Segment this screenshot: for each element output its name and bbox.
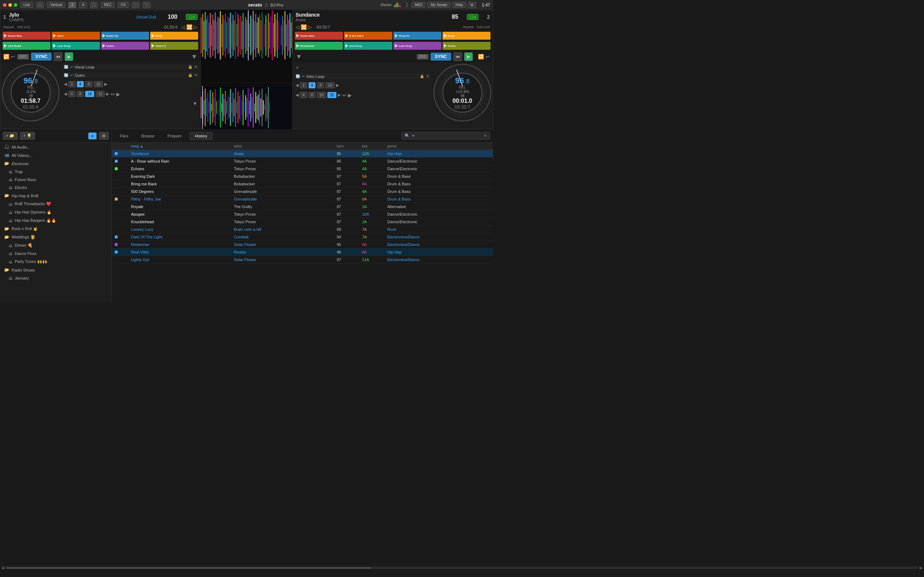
table-row[interactable]: Real Vibin Realax 96 8A Hip Hop (112, 248, 493, 256)
deck1-sync-button[interactable]: SYNC (31, 53, 52, 61)
loop-expand-icon[interactable]: ▶ (116, 91, 120, 97)
deck1-prev-button[interactable]: ⏮ (54, 52, 63, 61)
sidebar-item-dinner[interactable]: 🗂 Dinner 🍕 (0, 241, 111, 250)
deck2-sync-button[interactable]: SYNC (431, 53, 451, 61)
maximize-button[interactable] (14, 3, 17, 7)
list-view-button[interactable]: ≡ (88, 132, 97, 140)
deck1-cue-3[interactable]: Build Up (101, 32, 149, 40)
sidebar-item-rnb[interactable]: 🗂 RnB Throwbacks ❤️ (0, 200, 111, 208)
deck2-beat-next[interactable]: ▶ (336, 83, 339, 88)
deck1-platter[interactable]: 96 .8 REL -3.2% ±8 01:58.7 01:55.6 (2, 64, 60, 121)
fx-button[interactable]: FX (118, 2, 129, 8)
table-row[interactable]: Echoes Tokyo Prose 85 4A Dance/Electroni… (112, 165, 493, 173)
deck2-beat2-next[interactable]: ▶ (338, 93, 341, 97)
grid-view-button[interactable]: ⊞ (99, 132, 109, 140)
table-body[interactable]: Sundance Asala 85 12A Hip Hop A - Rose w… (112, 150, 493, 303)
eq-down-icon[interactable]: ▼ (192, 101, 197, 106)
deck1-beat2-4[interactable]: 4 (68, 91, 76, 97)
scroll-right-icon[interactable]: ▶ (489, 303, 492, 303)
deck2-loop-play-icon[interactable]: ▶ (348, 92, 352, 98)
deck2-cue-2[interactable]: 8 bar Intro (344, 32, 392, 40)
table-row[interactable]: Filthy - Filthy Joe Grenadesafe 87 6A Dr… (112, 195, 493, 203)
settings-icon[interactable]: ⚙ (468, 2, 476, 8)
deck2-beat2-prev[interactable]: ◀ (296, 93, 299, 97)
deck1-cue-5[interactable]: 2nd Build (3, 42, 50, 50)
deck2-beat-8[interactable]: 8 (317, 82, 324, 89)
midi-button[interactable]: MIDI (412, 2, 426, 8)
table-row[interactable]: Evening Dark Bobabacker 87 5A Drum & Bas… (112, 173, 493, 180)
deck1-cue-4[interactable]: Drop (150, 32, 198, 40)
tab-history[interactable]: History (189, 132, 213, 140)
deck2-off-button[interactable]: OFF (417, 54, 428, 60)
deck2-edit-grid[interactable]: Edit Grid (477, 25, 490, 29)
deck1-eq-icon[interactable]: ▼ (191, 53, 197, 61)
deck2-loop-arr-icon[interactable]: ⇔ (342, 92, 347, 98)
table-row[interactable]: Knucklehead Tokyo Prose 87 1A Dance/Elec… (112, 218, 493, 226)
sampler-icon[interactable]: ⬛ (132, 2, 140, 8)
deck-num-2[interactable]: 2 (68, 2, 76, 8)
deck1-loop1[interactable]: 🔄 ↩ Vocal Loop 🔒 ✕ (63, 64, 199, 70)
deck1-beat-16[interactable]: 16 (94, 81, 103, 87)
deck2-cue-6[interactable]: 2nd Drop (344, 42, 392, 50)
col-bpm[interactable]: bpm (337, 144, 362, 148)
headphones-icon[interactable]: 🎧 (36, 2, 44, 8)
deck2-cue-4[interactable]: Drop (443, 32, 491, 40)
deck1-beat-4[interactable]: 4 (77, 81, 84, 87)
table-row[interactable]: Lights Out Solar Flower 97 11A Electroni… (112, 256, 493, 264)
table-row[interactable]: Sundance Asala 85 12A Hip Hop (112, 150, 493, 158)
deck1-edit-grid[interactable]: Edit Grid (17, 25, 30, 29)
deck2-beat-prev[interactable]: ◀ (296, 83, 299, 88)
deck1-nav[interactable]: ◁ 🔀 ▷ (181, 24, 197, 30)
table-row[interactable]: Apogee Tokyo Prose 87 10A Dance/Electron… (112, 211, 493, 218)
deck2-beat2-4[interactable]: 4 (300, 92, 307, 98)
my-serato-button[interactable]: My Serato (427, 2, 451, 8)
deck1-off-button[interactable]: OFF (17, 54, 29, 60)
col-artist[interactable]: artist (234, 144, 337, 148)
sidebar-item-radio-shows[interactable]: 📂 Radio Shows (0, 266, 111, 274)
sidebar-item-hiphop-bangers[interactable]: 🗂 Hip Hop Bangers 🔥🔥 (0, 216, 111, 225)
loop-arrows-icon[interactable]: ⇔ (110, 91, 115, 97)
link-button[interactable]: Link (20, 2, 33, 8)
tab-files[interactable]: Files (115, 132, 133, 140)
deck-num-4[interactable]: 4 (79, 2, 87, 8)
table-row[interactable]: Bring me Back Bobabacker 87 8A Drum & Ba… (112, 180, 493, 188)
tab-browse[interactable]: Browse (136, 132, 160, 140)
headphone2-icon[interactable]: 🎧 (90, 2, 98, 8)
search-clear-icon[interactable]: ✕ (484, 134, 487, 138)
help-button[interactable]: Help (452, 2, 466, 8)
deck1-play-button[interactable]: ▶ (65, 52, 73, 61)
table-row[interactable]: Royale The Guilty 87 1A Alternative (112, 203, 493, 211)
minimize-button[interactable] (8, 3, 12, 7)
table-row[interactable]: A - Rose without Rain Tokyo Prose 85 4A … (112, 158, 493, 165)
col-song[interactable]: song ▲ (131, 144, 234, 148)
vertical-button[interactable]: Vertical (47, 2, 65, 8)
deck1-cue-1[interactable]: Down Bea (3, 32, 50, 40)
beat2-next-icon[interactable]: ▶ (106, 92, 109, 96)
col-key[interactable]: key (362, 144, 387, 148)
add-smart-crate-button[interactable]: + 💡 (20, 132, 35, 140)
deck1-beat-2[interactable]: 2 (68, 81, 76, 87)
sidebar-item-hiphop[interactable]: 📂 Hip Hop & RnB (0, 192, 111, 200)
table-row[interactable]: 500 Degrees Grenadesafe 87 4A Drum & Bas… (112, 188, 493, 195)
deck2-play-button[interactable]: ▶ (464, 52, 473, 61)
add-crate-button[interactable]: + 📁 (3, 132, 18, 140)
deck1-cue-7[interactable]: Outro (101, 42, 149, 50)
deck2-cue-1[interactable]: Down Bea (295, 32, 343, 40)
deck2-loop-close[interactable]: ✕ (426, 74, 429, 79)
deck2-prev-button[interactable]: ⏮ (453, 52, 462, 61)
deck2-beat-2[interactable]: 2 (300, 82, 307, 89)
deck2-beat2-8[interactable]: 8 (309, 92, 316, 98)
table-row[interactable]: Dark Of The Light Comball 94 7A Electron… (112, 233, 493, 241)
sidebar-item-party-tunes[interactable]: 🗂 Party Tunes 🙌🙌 (0, 258, 111, 266)
scroll-left-icon[interactable]: ◀ (113, 303, 116, 303)
loop-close-icon[interactable]: ✕ (194, 64, 197, 69)
beat2-prev-icon[interactable]: ◀ (64, 92, 67, 96)
table-row[interactable]: Loosey Lucy Brain over a hill 89 7A Rock (112, 226, 493, 233)
deck2-platter[interactable]: 96 .8 REL +13.9% ±8 00:01.0 03:33.7 (433, 64, 491, 121)
deck2-beat-4[interactable]: 4 (309, 82, 316, 89)
deck2-repeat[interactable]: Repeat (463, 25, 473, 29)
beat-prev-icon[interactable]: ◀ (64, 82, 67, 87)
sidebar-item-hiphop-openers[interactable]: 🗂 Hip Hop Openers 🔥 (0, 208, 111, 216)
deck1-repeat[interactable]: Repeat (3, 25, 14, 29)
deck1-cue-2[interactable]: Intro (52, 32, 100, 40)
